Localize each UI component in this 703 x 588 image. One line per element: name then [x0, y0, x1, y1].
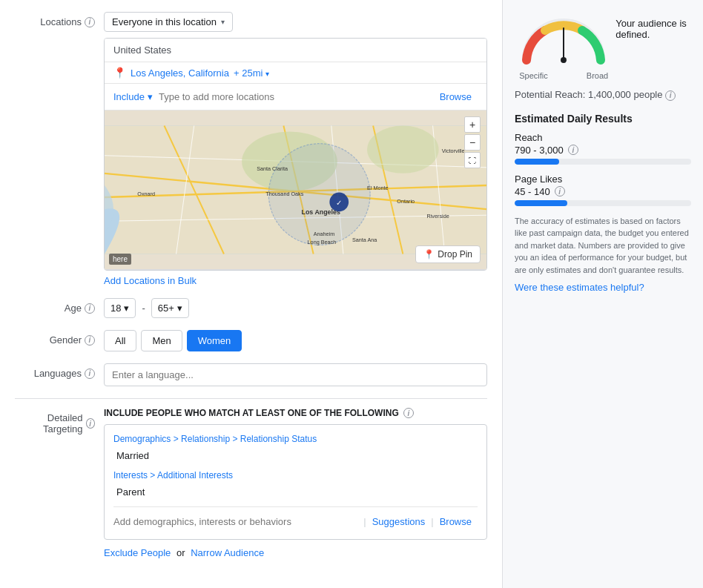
radius-text: + 25mi — [234, 67, 263, 79]
locations-label: Locations i — [15, 12, 104, 27]
page-likes-range: 45 - 140 i — [515, 186, 691, 197]
reach-bar — [515, 159, 559, 165]
location-dropdown-chevron — [221, 18, 225, 26]
svg-text:Long Beach: Long Beach — [308, 239, 337, 245]
reach-range-info-icon[interactable]: i — [568, 145, 578, 155]
svg-text:✓: ✓ — [336, 199, 342, 207]
page-likes-info-icon[interactable]: i — [555, 186, 565, 196]
include-description: INCLUDE people who match at least ONE of… — [104, 408, 487, 418]
svg-point-12 — [367, 125, 439, 173]
age-info-icon[interactable]: i — [85, 303, 95, 314]
age-min-chevron — [124, 303, 129, 314]
narrow-audience-link[interactable]: Narrow Audience — [191, 547, 264, 558]
add-targeting-input[interactable] — [113, 516, 363, 527]
page-likes-bar-wrap — [515, 200, 691, 206]
detailed-targeting-label-container: Detailed Targeting i — [15, 408, 104, 435]
reach-label: Reach — [515, 132, 543, 143]
pin-icon: 📍 — [113, 67, 126, 79]
targeting-browse-button[interactable]: Browse — [434, 513, 478, 530]
potential-reach: Potential Reach: 1,400,000 people i — [515, 89, 691, 101]
languages-info-icon[interactable]: i — [85, 369, 95, 379]
languages-content — [104, 363, 487, 386]
language-input[interactable] — [104, 363, 487, 386]
breadcrumb-path-1[interactable]: Demographics > Relationship > Relationsh… — [113, 434, 478, 444]
exclude-people-link[interactable]: Exclude People — [104, 547, 171, 558]
gender-women-button[interactable]: Women — [187, 330, 242, 351]
gauge-title-line2: defined. — [615, 29, 687, 40]
include-label: Include — [113, 91, 145, 102]
here-logo: here — [109, 254, 131, 265]
page-likes-range-value: 45 - 140 — [515, 186, 550, 197]
location-browse-button[interactable]: Browse — [434, 88, 478, 105]
locations-info-icon[interactable]: i — [85, 17, 95, 27]
add-locations-bulk-link[interactable]: Add Locations in Bulk — [104, 275, 487, 286]
include-button[interactable]: Include — [113, 91, 153, 102]
estimated-title: Estimated Daily Results — [515, 113, 691, 125]
languages-label-container: Languages i — [15, 363, 104, 379]
gender-all-button[interactable]: All — [104, 330, 136, 351]
drop-pin-button[interactable]: 📍 Drop Pin — [415, 245, 481, 263]
estimated-section: Estimated Daily Results Reach 790 - 3,00… — [515, 113, 691, 294]
age-max-select[interactable]: 65+ — [151, 298, 189, 318]
gender-men-button[interactable]: Men — [141, 330, 182, 351]
svg-text:Oxnard: Oxnard — [137, 191, 155, 197]
age-label: Age — [65, 303, 82, 314]
page-likes-label: Page Likes — [515, 174, 562, 185]
add-targeting-row: | Suggestions | Browse — [113, 506, 478, 530]
fullscreen-button[interactable]: ⛶ — [464, 152, 481, 168]
gauge-title-line1: Your audience is — [615, 18, 687, 29]
targeting-info-icon[interactable]: i — [86, 418, 96, 429]
gender-content: All Men Women — [104, 330, 487, 351]
pin-icon-small: 📍 — [423, 249, 435, 260]
gender-label: Gender — [50, 334, 82, 346]
location-radius[interactable]: + 25mi — [234, 67, 269, 79]
broad-label: Broad — [587, 71, 608, 80]
targeting-actions: | Suggestions | Browse — [363, 513, 478, 530]
age-min-select[interactable]: 18 — [104, 298, 136, 318]
age-min-value: 18 — [110, 303, 121, 314]
age-dash: - — [142, 303, 145, 314]
targeting-item-2: Parent — [116, 485, 478, 499]
gender-info-icon[interactable]: i — [85, 335, 95, 346]
page-likes-metric-label: Page Likes — [515, 174, 691, 185]
include-chevron — [148, 91, 153, 102]
targeting-include-info-icon[interactable]: i — [403, 408, 414, 418]
gauge-container: Specific Broad Your audience is defined. — [515, 12, 691, 80]
targeting-box: Demographics > Relationship > Relationsh… — [104, 424, 487, 540]
map-container: Oxnard Santa Clarita Thousand Oaks Los A… — [105, 110, 486, 270]
location-search-input[interactable] — [159, 91, 428, 102]
include-description-text: INCLUDE people who match at least ONE of… — [104, 408, 399, 418]
location-pin-row: 📍 Los Angeles, California + 25mi — [105, 62, 486, 84]
location-dropdown[interactable]: Everyone in this location — [104, 12, 233, 32]
country-label: United States — [105, 39, 486, 62]
suggestions-button[interactable]: Suggestions — [366, 513, 432, 530]
svg-text:Anaheim: Anaheim — [314, 231, 335, 237]
specific-label: Specific — [519, 71, 548, 80]
gauge-labels: Specific Broad — [519, 71, 608, 80]
gauge-chart — [519, 12, 608, 67]
reach-bar-wrap — [515, 159, 691, 165]
reach-metric-label: Reach — [515, 132, 691, 143]
locations-text: Locations — [40, 16, 82, 27]
map-controls: + − ⛶ — [464, 116, 481, 168]
targeting-content: INCLUDE people who match at least ONE of… — [104, 408, 487, 558]
gauge-title: Your audience is defined. — [615, 18, 687, 40]
include-row: Include Browse — [105, 84, 486, 110]
svg-text:Santa Ana: Santa Ana — [352, 237, 377, 243]
helpful-link[interactable]: Were these estimates helpful? — [515, 282, 691, 293]
svg-text:Ontario: Ontario — [397, 198, 415, 205]
reach-range-value: 790 - 3,000 — [515, 145, 564, 156]
reach-range: 790 - 3,000 i — [515, 145, 691, 156]
age-content: 18 - 65+ — [104, 298, 487, 318]
potential-reach-text: Potential Reach: 1,400,000 people — [515, 89, 663, 100]
zoom-in-button[interactable]: + — [464, 116, 481, 133]
radius-chevron — [265, 70, 269, 78]
svg-text:El Monte: El Monte — [367, 185, 389, 191]
location-name: Los Angeles, California — [131, 67, 229, 79]
location-dropdown-label: Everyone in this location — [112, 16, 217, 27]
zoom-out-button[interactable]: − — [464, 134, 481, 151]
reach-info-icon[interactable]: i — [665, 90, 676, 101]
section-divider — [15, 398, 487, 399]
breadcrumb-path-2[interactable]: Interests > Additional Interests — [113, 470, 478, 480]
gender-label-container: Gender i — [15, 330, 104, 346]
